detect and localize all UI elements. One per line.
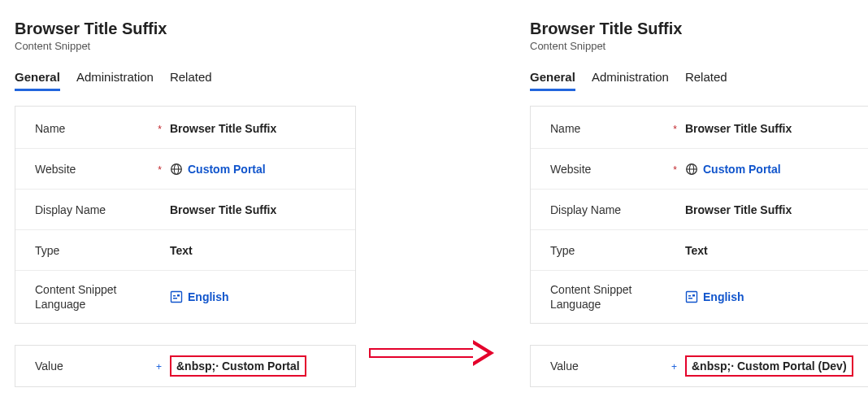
label-text: Website: [35, 163, 76, 176]
field-row-language: Content Snippet Language English: [531, 271, 868, 323]
globe-icon: [170, 163, 183, 176]
field-label-value: Value +: [550, 360, 677, 373]
tab-related[interactable]: Related: [685, 70, 727, 91]
globe-icon: [685, 163, 698, 176]
field-label-display-name: Display Name: [550, 203, 677, 216]
page-title: Browser Title Suffix: [530, 20, 868, 38]
field-value-name[interactable]: Browser Title Suffix: [677, 122, 792, 135]
form-panel-after: Browser Title Suffix Content Snippet Gen…: [530, 20, 868, 387]
tab-related[interactable]: Related: [170, 70, 212, 91]
field-value-language[interactable]: English: [677, 290, 744, 303]
tab-administration[interactable]: Administration: [76, 70, 154, 91]
form-card: Name * Browser Title Suffix Website * Cu…: [530, 106, 868, 324]
field-value-display-name[interactable]: Browser Title Suffix: [677, 203, 792, 216]
field-row-name: Name * Browser Title Suffix: [15, 108, 355, 149]
tab-administration[interactable]: Administration: [592, 70, 669, 91]
label-text: Website: [550, 163, 591, 176]
field-value-type[interactable]: Text: [677, 244, 708, 257]
form-panel-before: Browser Title Suffix Content Snippet Gen…: [15, 20, 356, 387]
field-row-name: Name * Browser Title Suffix: [531, 108, 868, 149]
field-row-type: Type Text: [15, 230, 355, 271]
page-title: Browser Title Suffix: [15, 20, 356, 38]
website-link[interactable]: Custom Portal: [188, 163, 266, 176]
field-row-type: Type Text: [531, 230, 868, 271]
tab-list: General Administration Related: [15, 70, 356, 91]
field-row-display-name: Display Name Browser Title Suffix: [531, 190, 868, 230]
field-label-website: Website *: [550, 163, 677, 176]
field-label-language: Content Snippet Language: [35, 282, 162, 312]
field-value-value[interactable]: &nbsp;· Custom Portal: [162, 355, 306, 377]
field-value-website[interactable]: Custom Portal: [677, 163, 781, 176]
field-label-type: Type: [35, 244, 162, 257]
field-value-value[interactable]: &nbsp;· Custom Portal (Dev): [677, 355, 853, 377]
label-text: Value: [550, 360, 579, 373]
field-label-name: Name *: [550, 122, 677, 135]
field-label-display-name: Display Name: [35, 203, 162, 216]
required-mark: *: [158, 164, 162, 176]
arrow-icon: [369, 340, 499, 366]
recommended-mark: +: [156, 361, 162, 373]
website-link[interactable]: Custom Portal: [703, 163, 781, 176]
label-text: Name: [35, 122, 65, 135]
field-label-type: Type: [550, 244, 677, 257]
required-mark: *: [673, 164, 677, 176]
field-row-website: Website * Custom Portal: [15, 149, 355, 190]
tab-general[interactable]: General: [15, 70, 60, 91]
highlighted-value: &nbsp;· Custom Portal: [170, 355, 306, 377]
field-row-website: Website * Custom Portal: [531, 149, 868, 190]
required-mark: *: [673, 124, 677, 135]
field-row-value: Value + &nbsp;· Custom Portal: [15, 346, 355, 386]
field-row-display-name: Display Name Browser Title Suffix: [15, 190, 355, 230]
language-link[interactable]: English: [703, 290, 744, 303]
label-text: Value: [35, 360, 63, 373]
value-section: Value + &nbsp;· Custom Portal (Dev): [530, 345, 868, 387]
tab-list: General Administration Related: [530, 70, 868, 91]
language-icon: [170, 290, 183, 303]
field-value-type[interactable]: Text: [162, 244, 193, 257]
field-label-value: Value +: [35, 360, 162, 373]
tab-general[interactable]: General: [530, 70, 575, 91]
field-label-language: Content Snippet Language: [550, 282, 677, 312]
svg-rect-3: [171, 292, 182, 303]
form-card: Name * Browser Title Suffix Website * Cu…: [15, 106, 356, 324]
field-value-display-name[interactable]: Browser Title Suffix: [162, 203, 276, 216]
field-label-website: Website *: [35, 163, 162, 176]
highlighted-value: &nbsp;· Custom Portal (Dev): [685, 355, 853, 377]
field-label-name: Name *: [35, 122, 162, 135]
field-row-language: Content Snippet Language English: [15, 271, 355, 323]
value-section: Value + &nbsp;· Custom Portal: [15, 345, 356, 387]
recommended-mark: +: [671, 361, 677, 373]
field-value-name[interactable]: Browser Title Suffix: [162, 122, 276, 135]
label-text: Name: [550, 122, 580, 135]
required-mark: *: [158, 124, 162, 135]
entity-subtitle: Content Snippet: [15, 40, 356, 52]
svg-rect-7: [687, 292, 697, 303]
field-value-language[interactable]: English: [162, 290, 229, 303]
field-value-website[interactable]: Custom Portal: [162, 163, 266, 176]
entity-subtitle: Content Snippet: [530, 40, 868, 52]
field-row-value: Value + &nbsp;· Custom Portal (Dev): [531, 346, 868, 386]
language-link[interactable]: English: [188, 290, 229, 303]
language-icon: [685, 290, 698, 303]
